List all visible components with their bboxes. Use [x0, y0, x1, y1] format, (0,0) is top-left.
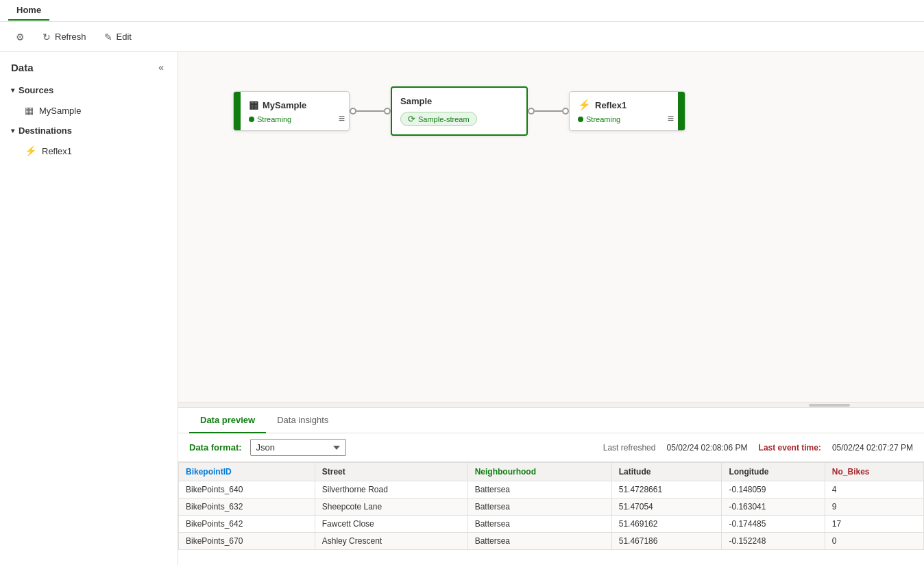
- col-header-street: Street: [315, 463, 467, 481]
- table-body: BikePoints_640Silverthorne RoadBattersea…: [179, 481, 924, 550]
- dest-node-title: ⚡ Reflex1: [578, 99, 655, 111]
- sidebar-collapse-button[interactable]: «: [156, 60, 167, 74]
- data-table: BikepointID Street Neighbourhood Latitud…: [178, 462, 924, 565]
- col-header-nobikes: No_Bikes: [825, 463, 923, 481]
- dest-node-menu[interactable]: ≡: [664, 92, 678, 130]
- canvas-area: ▦ MySample Streaming ≡: [178, 52, 924, 565]
- source-node-menu[interactable]: ≡: [335, 92, 349, 130]
- last-event-value: 05/02/24 02:07:27 PM: [832, 443, 913, 453]
- source-node-icon: ▦: [249, 99, 258, 111]
- sidebar-section-destinations[interactable]: ▾ Destinations: [0, 120, 178, 141]
- chevron-down-icon-2: ▾: [11, 127, 14, 134]
- table-cell: -0.163041: [722, 498, 825, 516]
- destination-node[interactable]: ⚡ Reflex1 Streaming ≡: [569, 91, 685, 131]
- canvas-scrollbar[interactable]: [178, 402, 924, 407]
- title-tab[interactable]: Home: [8, 1, 49, 21]
- table-cell: Battersea: [467, 533, 611, 550]
- source-node-name: MySample: [263, 100, 306, 110]
- reflex1-label: Reflex1: [42, 146, 72, 156]
- connector-left: [350, 108, 391, 115]
- col-header-longitude: Longitude: [722, 463, 825, 481]
- table-cell: 17: [825, 516, 923, 533]
- source-node-content: ▦ MySample Streaming: [241, 92, 335, 130]
- table-cell: 51.469162: [611, 516, 722, 533]
- connector-line-left: [356, 110, 384, 112]
- dest-node-icon: ⚡: [578, 99, 591, 111]
- col-header-bikepointid: BikepointID: [179, 463, 315, 481]
- stream-badge-label: Sample-stream: [418, 115, 470, 123]
- table-cell: Fawcett Close: [315, 516, 467, 533]
- refresh-icon: ↻: [42, 32, 51, 43]
- sidebar-section-sources[interactable]: ▾ Sources: [0, 80, 178, 101]
- table-cell: 9: [825, 498, 923, 516]
- preview-table: BikepointID Street Neighbourhood Latitud…: [178, 462, 924, 550]
- connector-line-right: [535, 110, 562, 112]
- tabs-bar: Data preview Data insights: [178, 408, 924, 433]
- table-cell: Silverthorne Road: [315, 481, 467, 498]
- dest-node-name: Reflex1: [595, 100, 627, 110]
- stream-node[interactable]: Sample ⟳ Sample-stream: [391, 86, 528, 136]
- stream-badge-icon: ⟳: [408, 114, 415, 124]
- title-bar: Home: [0, 0, 924, 22]
- connector-dot-left2: [384, 108, 391, 115]
- dest-node-content: ⚡ Reflex1 Streaming: [570, 92, 664, 130]
- sidebar-item-mysample[interactable]: ▦ MySample: [0, 101, 178, 120]
- table-cell: 51.467186: [611, 533, 722, 550]
- refresh-label: Refresh: [55, 32, 86, 42]
- table-cell: Ashley Crescent: [315, 533, 467, 550]
- table-cell: BikePoints_632: [179, 498, 315, 516]
- table-cell: BikePoints_640: [179, 481, 315, 498]
- edit-label: Edit: [117, 32, 132, 42]
- connector-right: [528, 108, 569, 115]
- table-row: BikePoints_640Silverthorne RoadBattersea…: [179, 481, 924, 498]
- tab-data-insights[interactable]: Data insights: [266, 408, 339, 433]
- source-node[interactable]: ▦ MySample Streaming ≡: [233, 91, 350, 131]
- table-cell: Battersea: [467, 481, 611, 498]
- table-header-row: BikepointID Street Neighbourhood Latitud…: [179, 463, 924, 481]
- last-event-label: Last event time:: [759, 443, 821, 453]
- toolbar: ⚙ ↻ Refresh ✎ Edit: [0, 22, 924, 52]
- dest-status-label: Streaming: [586, 115, 620, 123]
- sidebar-header: Data «: [0, 52, 178, 80]
- table-row: BikePoints_670Ashley CrescentBattersea51…: [179, 533, 924, 550]
- col-header-latitude: Latitude: [611, 463, 722, 481]
- table-row: BikePoints_632Sheepcote LaneBattersea51.…: [179, 498, 924, 516]
- scrollbar-thumb: [809, 404, 850, 407]
- table-cell: -0.174485: [722, 516, 825, 533]
- table-cell: -0.152248: [722, 533, 825, 550]
- format-select[interactable]: Json CSV Parquet: [250, 439, 346, 456]
- stream-node-title: Sample: [400, 96, 518, 106]
- table-cell: 51.4728661: [611, 481, 722, 498]
- tab-data-preview[interactable]: Data preview: [189, 408, 266, 433]
- table-cell: Battersea: [467, 498, 611, 516]
- table-cell: 4: [825, 481, 923, 498]
- last-refreshed-label: Last refreshed: [603, 443, 656, 453]
- edit-button[interactable]: ✎ Edit: [97, 27, 139, 47]
- grid-icon: ▦: [25, 105, 34, 116]
- table-cell: BikePoints_642: [179, 516, 315, 533]
- sidebar-item-reflex1[interactable]: ⚡ Reflex1: [0, 141, 178, 160]
- col-header-neighbourhood: Neighbourhood: [467, 463, 611, 481]
- last-refreshed-value: 05/02/24 02:08:06 PM: [666, 443, 747, 453]
- canvas: ▦ MySample Streaming ≡: [178, 52, 924, 402]
- lightning-icon: ⚡: [25, 145, 36, 156]
- settings-button[interactable]: ⚙: [8, 27, 32, 47]
- dest-status-dot: [578, 117, 583, 122]
- destinations-section-label: Destinations: [19, 125, 72, 136]
- table-cell: -0.148059: [722, 481, 825, 498]
- connector-dot-left: [350, 108, 356, 115]
- connector-dot-right2: [562, 108, 569, 115]
- source-node-status: Streaming: [249, 115, 326, 123]
- main-layout: Data « ▾ Sources ▦ MySample ▾ Destinatio…: [0, 52, 924, 565]
- chevron-down-icon: ▾: [11, 86, 14, 94]
- dest-node-status: Streaming: [578, 115, 655, 123]
- table-cell: 51.47054: [611, 498, 722, 516]
- format-label: Data format:: [189, 442, 242, 453]
- table-cell: Sheepcote Lane: [315, 498, 467, 516]
- refresh-button[interactable]: ↻ Refresh: [35, 27, 94, 47]
- source-status-dot: [249, 117, 254, 122]
- source-green-bar: [234, 92, 241, 130]
- connector-dot-right: [528, 108, 535, 115]
- sidebar: Data « ▾ Sources ▦ MySample ▾ Destinatio…: [0, 52, 178, 565]
- flow-diagram: ▦ MySample Streaming ≡: [233, 86, 685, 136]
